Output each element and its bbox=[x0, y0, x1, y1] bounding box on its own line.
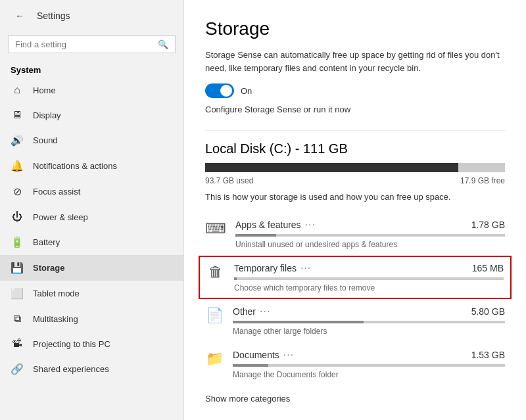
sidebar-item-storage[interactable]: 💾 Storage bbox=[0, 255, 183, 281]
storage-bar-bg bbox=[205, 163, 505, 172]
sidebar-label-multitasking: Multitasking bbox=[33, 314, 78, 324]
shared-icon: 🔗 bbox=[11, 363, 24, 375]
sidebar-item-focus-assist[interactable]: ⊘ Focus assist bbox=[0, 179, 183, 204]
power-sleep-icon: ⏻ bbox=[11, 211, 24, 223]
sound-icon: 🔊 bbox=[11, 134, 24, 147]
configure-link[interactable]: Configure Storage Sense or run it now bbox=[205, 105, 505, 114]
apps-features-bar-fill bbox=[235, 234, 276, 237]
disk-title: Local Disk (C:) - 111 GB bbox=[205, 141, 505, 156]
battery-icon: 🔋 bbox=[11, 236, 24, 248]
storage-item-temporary-files[interactable]: 🗑 Temporary files ··· 165 MB Choose whic… bbox=[199, 256, 512, 299]
free-label: 17.9 GB free bbox=[460, 176, 505, 185]
sidebar-item-display[interactable]: 🖥 Display bbox=[0, 103, 183, 128]
divider bbox=[205, 130, 505, 131]
sidebar-item-tablet-mode[interactable]: ⬜ Tablet mode bbox=[0, 281, 183, 306]
sidebar-label-focus-assist: Focus assist bbox=[33, 187, 80, 197]
storage-item-other[interactable]: 📄 Other ··· 5.80 GB Manage other large f… bbox=[205, 299, 505, 342]
multitasking-icon: ⧉ bbox=[11, 313, 24, 325]
sidebar-item-power-sleep[interactable]: ⏻ Power & sleep bbox=[0, 204, 183, 229]
other-size: 5.80 GB bbox=[471, 306, 505, 317]
storage-sense-toggle-row: On bbox=[205, 83, 505, 98]
sidebar-item-sound[interactable]: 🔊 Sound bbox=[0, 128, 183, 153]
apps-features-icon: ⌨ bbox=[205, 220, 226, 237]
documents-icon: 📁 bbox=[205, 350, 224, 367]
sidebar: ← Settings 🔍 System ⌂ Home🖥 Display🔊 Sou… bbox=[0, 0, 184, 420]
temporary-files-size: 165 MB bbox=[472, 263, 504, 273]
temporary-files-header: Temporary files ··· 165 MB bbox=[234, 262, 504, 274]
sidebar-label-projecting: Projecting to this PC bbox=[33, 339, 110, 349]
sidebar-label-storage: Storage bbox=[33, 263, 64, 273]
toggle-knob bbox=[220, 85, 232, 97]
sidebar-label-tablet-mode: Tablet mode bbox=[33, 289, 80, 298]
sidebar-label-battery: Battery bbox=[33, 237, 60, 247]
other-bar-fill bbox=[233, 321, 364, 323]
focus-assist-icon: ⊘ bbox=[11, 185, 24, 198]
storage-item-apps-features[interactable]: ⌨ Apps & features ··· 1.78 GB Uninstall … bbox=[205, 212, 505, 256]
other-dots: ··· bbox=[260, 306, 270, 317]
temporary-files-content: Temporary files ··· 165 MB Choose which … bbox=[234, 262, 504, 292]
other-icon: 📄 bbox=[205, 307, 224, 324]
home-icon: ⌂ bbox=[11, 84, 24, 96]
apps-features-size: 1.78 GB bbox=[471, 220, 505, 230]
storage-sense-toggle[interactable] bbox=[205, 83, 234, 98]
documents-size: 1.53 GB bbox=[471, 350, 505, 360]
tablet-mode-icon: ⬜ bbox=[11, 287, 24, 300]
documents-dots: ··· bbox=[283, 349, 294, 361]
storage-icon: 💾 bbox=[11, 262, 24, 274]
documents-header: Documents ··· 1.53 GB bbox=[233, 349, 505, 361]
temporary-files-bar bbox=[234, 277, 504, 280]
storage-bar bbox=[205, 163, 505, 172]
search-icon: 🔍 bbox=[158, 39, 168, 49]
sidebar-item-notifications[interactable]: 🔔 Notifications & actions bbox=[0, 153, 183, 179]
sidebar-label-power-sleep: Power & sleep bbox=[33, 212, 88, 222]
apps-features-dots: ··· bbox=[305, 219, 316, 231]
sidebar-label-notifications: Notifications & actions bbox=[33, 161, 117, 171]
temporary-files-icon: 🗑 bbox=[206, 264, 225, 281]
search-input[interactable] bbox=[15, 39, 153, 49]
apps-features-content: Apps & features ··· 1.78 GB Uninstall un… bbox=[235, 219, 505, 249]
documents-sub: Manage the Documents folder bbox=[233, 370, 505, 379]
storage-description: Storage Sense can automatically free up … bbox=[205, 49, 501, 74]
settings-title: Settings bbox=[37, 11, 70, 21]
other-name: Other ··· bbox=[233, 306, 270, 317]
sidebar-item-battery[interactable]: 🔋 Battery bbox=[0, 229, 183, 255]
back-button[interactable]: ← bbox=[11, 7, 29, 25]
temporary-files-sub: Choose which temporary files to remove bbox=[234, 283, 504, 292]
apps-features-header: Apps & features ··· 1.78 GB bbox=[235, 219, 505, 231]
sidebar-nav: ⌂ Home🖥 Display🔊 Sound🔔 Notifications & … bbox=[0, 78, 183, 382]
sidebar-item-shared[interactable]: 🔗 Shared experiences bbox=[0, 356, 183, 382]
sidebar-item-multitasking[interactable]: ⧉ Multitasking bbox=[0, 306, 183, 331]
sidebar-item-projecting[interactable]: 📽 Projecting to this PC bbox=[0, 331, 183, 356]
sidebar-section-title: System bbox=[0, 60, 183, 78]
sidebar-label-display: Display bbox=[33, 110, 61, 120]
documents-content: Documents ··· 1.53 GB Manage the Documen… bbox=[233, 349, 505, 379]
apps-features-bar bbox=[235, 234, 505, 237]
notifications-icon: 🔔 bbox=[11, 160, 24, 172]
main-content: Storage Storage Sense can automatically … bbox=[184, 0, 526, 420]
documents-bar bbox=[233, 364, 505, 367]
sidebar-header: ← Settings bbox=[0, 0, 183, 32]
storage-bar-description: This is how your storage is used and how… bbox=[205, 192, 505, 202]
temporary-files-name: Temporary files ··· bbox=[234, 262, 311, 274]
documents-name: Documents ··· bbox=[233, 349, 294, 361]
temporary-files-dots: ··· bbox=[300, 262, 311, 274]
show-more-categories[interactable]: Show more categories bbox=[205, 391, 505, 406]
documents-bar-fill bbox=[233, 364, 268, 367]
storage-items: ⌨ Apps & features ··· 1.78 GB Uninstall … bbox=[205, 212, 505, 386]
used-label: 93.7 GB used bbox=[205, 176, 253, 185]
sidebar-item-home[interactable]: ⌂ Home bbox=[0, 78, 183, 103]
sidebar-label-shared: Shared experiences bbox=[33, 364, 109, 374]
temporary-files-bar-fill bbox=[234, 277, 237, 280]
storage-bar-labels: 93.7 GB used 17.9 GB free bbox=[205, 176, 505, 185]
apps-features-name: Apps & features ··· bbox=[235, 219, 316, 231]
other-content: Other ··· 5.80 GB Manage other large fol… bbox=[233, 306, 505, 336]
sidebar-label-sound: Sound bbox=[33, 135, 58, 145]
display-icon: 🖥 bbox=[11, 109, 24, 121]
sidebar-label-home: Home bbox=[33, 85, 56, 95]
storage-item-documents[interactable]: 📁 Documents ··· 1.53 GB Manage the Docum… bbox=[205, 342, 505, 386]
other-sub: Manage other large folders bbox=[233, 327, 505, 336]
page-title: Storage bbox=[205, 18, 505, 39]
projecting-icon: 📽 bbox=[11, 338, 24, 350]
search-box[interactable]: 🔍 bbox=[8, 35, 176, 53]
toggle-label: On bbox=[241, 86, 252, 96]
